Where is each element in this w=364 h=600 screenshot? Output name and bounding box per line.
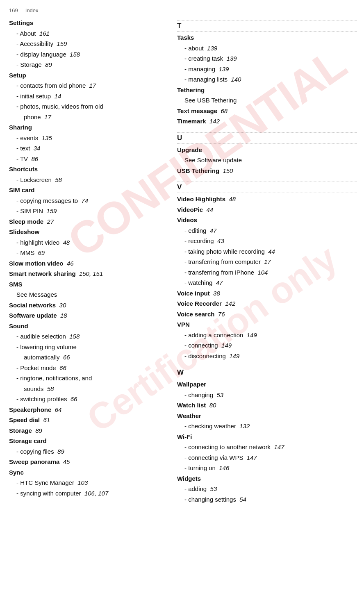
list-item: - TV 86 [9, 154, 165, 164]
list-item: - creating task 139 [177, 53, 357, 64]
section-sync: Sync [9, 467, 165, 478]
list-item: - managing 139 [177, 64, 357, 75]
list-item: - adding a connection 149 [177, 330, 357, 341]
list-item: - display language 158 [9, 49, 165, 60]
section-socialnetworks: Social networks 30 [9, 300, 165, 311]
list-item: - editing 47 [177, 225, 357, 236]
settings-title: Settings [9, 19, 33, 26]
list-item: - photos, music, videos from old [9, 101, 165, 112]
list-item: See USB Tethering [177, 95, 357, 106]
list-item: - watching 47 [177, 277, 357, 288]
section-speeddial: Speed dial 61 [9, 415, 165, 425]
section-timemark: Timemark 142 [177, 116, 357, 127]
voicesearch-title: Voice search [177, 311, 214, 318]
speakerphone-title: Speakerphone [9, 406, 51, 413]
section-wallpaper: Wallpaper [177, 379, 357, 390]
storage-title: Storage [9, 427, 32, 434]
list-item: - Storage 89 [9, 59, 165, 70]
section-videos: Videos [177, 215, 357, 225]
weather-title: Weather [177, 412, 201, 419]
tasks-title: Tasks [177, 34, 194, 41]
section-sound: Sound [9, 321, 165, 332]
section-voiceinput: Voice input 38 [177, 288, 357, 299]
slideshow-title: Slideshow [9, 228, 39, 235]
section-speakerphone: Speakerphone 64 [9, 405, 165, 415]
section-softwareupdate: Software update 18 [9, 310, 165, 321]
section-sleepmode: Sleep mode 27 [9, 216, 165, 227]
sync-title: Sync [9, 469, 24, 476]
list-item: - Pocket mode 66 [9, 363, 165, 373]
list-item: - changing settings 54 [177, 494, 357, 505]
setup-title: Setup [9, 72, 26, 79]
list-item: - SIM PIN 159 [9, 206, 165, 216]
list-item: - transferring from computer 17 [177, 257, 357, 267]
videos-title: Videos [177, 216, 197, 223]
list-item: - ringtone, notifications, and [9, 373, 165, 384]
voicerecorder-title: Voice Recorder [177, 300, 222, 307]
list-item: automatically 66 [9, 352, 165, 363]
sleepmode-title: Sleep mode [9, 218, 43, 225]
list-item: - HTC Sync Manager 103 [9, 477, 165, 488]
list-item: See Messages [9, 289, 165, 300]
list-item: - text 34 [9, 143, 165, 154]
list-item: - connecting via WPS 147 [177, 452, 357, 463]
list-item: - disconnecting 149 [177, 351, 357, 361]
page-number: 169 [9, 7, 18, 14]
smartnetwork-title: Smart network sharing [9, 270, 76, 277]
videohighlights-title: Video Highlights [177, 195, 225, 202]
wifi-title: Wi-Fi [177, 433, 192, 440]
section-voicerecorder: Voice Recorder 142 [177, 298, 357, 309]
list-item: - changing 53 [177, 390, 357, 400]
section-textmessage: Text message 68 [177, 106, 357, 116]
section-upgrade: Upgrade [177, 145, 357, 155]
section-slideshow: Slideshow [9, 227, 165, 237]
textmessage-title: Text message [177, 107, 217, 114]
list-item: - highlight video 48 [9, 237, 165, 248]
main-content: Settings - About 161 - Accessibility 159… [0, 18, 364, 505]
list-item: - MMS 69 [9, 248, 165, 258]
slowmotion-title: Slow motion video [9, 260, 64, 267]
section-usbtethering: USB Tethering 150 [177, 166, 357, 176]
simcard-title: SIM card [9, 186, 35, 193]
list-item: - contacts from old phone 17 [9, 80, 165, 91]
list-item: - connecting to another network 147 [177, 442, 357, 452]
section-widgets: Widgets [177, 473, 357, 484]
list-item: - turning on 146 [177, 463, 357, 473]
section-weather: Weather [177, 411, 357, 421]
list-item: - lowering ring volume [9, 342, 165, 352]
speeddial-title: Speed dial [9, 416, 40, 423]
letter-w: W [177, 367, 357, 378]
section-watchlist: Watch list 80 [177, 400, 357, 411]
left-column: Settings - About 161 - Accessibility 159… [0, 18, 172, 498]
voiceinput-title: Voice input [177, 290, 210, 297]
list-item: - managing lists 140 [177, 74, 357, 85]
tethering-title: Tethering [177, 86, 205, 93]
widgets-title: Widgets [177, 475, 201, 482]
socialnetworks-title: Social networks [9, 302, 56, 309]
list-item: - About 161 [9, 28, 165, 39]
list-item: - adding 53 [177, 484, 357, 494]
list-item: - connecting 149 [177, 340, 357, 351]
softwareupdate-title: Software update [9, 312, 57, 319]
section-videopicr: VideoPic 44 [177, 205, 357, 215]
section-storagecard: Storage card [9, 436, 165, 446]
videopic-title: VideoPic [177, 206, 203, 213]
list-item: - recording 43 [177, 236, 357, 246]
right-column: T Tasks - about 139 - creating task 139 … [172, 18, 364, 505]
upgrade-title: Upgrade [177, 146, 202, 153]
section-setup: Setup [9, 70, 165, 81]
section-tethering: Tethering [177, 85, 357, 95]
section-wifi: Wi-Fi [177, 432, 357, 442]
list-item: - Lockscreen 58 [9, 175, 165, 185]
timemark-title: Timemark [177, 118, 206, 125]
sms-title: SMS [9, 281, 23, 288]
list-item: - taking photo while recording 44 [177, 246, 357, 257]
section-sweeppanorama: Sweep panorama 45 [9, 457, 165, 467]
watchlist-title: Watch list [177, 402, 206, 409]
section-sms: SMS [9, 279, 165, 290]
vpn-title: VPN [177, 321, 190, 328]
letter-v: V [177, 182, 357, 193]
page-header: 169 Index [0, 7, 364, 18]
section-slowmotion: Slow motion video 46 [9, 258, 165, 269]
section-vpn: VPN [177, 319, 357, 330]
